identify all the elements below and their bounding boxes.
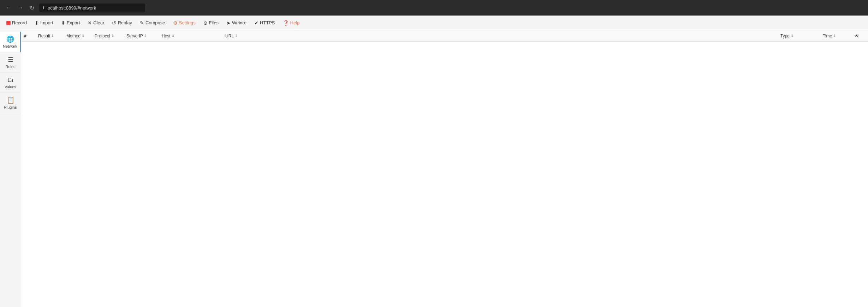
record-label: Record <box>12 20 27 25</box>
weinre-button[interactable]: ➤ Weinre <box>223 18 250 28</box>
help-icon: ❓ <box>283 20 289 26</box>
type-label: Type <box>780 34 790 38</box>
sidebar-item-network[interactable]: 🌐 Network <box>0 32 21 52</box>
col-header-serverip[interactable]: ServerIP ⇕ <box>126 34 162 38</box>
weinre-icon: ➤ <box>226 20 231 26</box>
hash-label: # <box>24 34 26 38</box>
help-button[interactable]: ❓ Help <box>279 18 303 28</box>
forward-button[interactable]: → <box>16 3 25 12</box>
url-sort-icon: ⇕ <box>235 34 238 38</box>
plugins-icon: 📋 <box>7 96 14 104</box>
col-header-type[interactable]: Type ⇕ <box>780 34 823 38</box>
settings-label: Settings <box>179 20 196 25</box>
files-label: Files <box>209 20 219 25</box>
host-label: Host <box>162 34 171 38</box>
export-icon: ⬇ <box>61 20 65 26</box>
address-icon: ℹ <box>43 5 44 10</box>
rules-label: Rules <box>5 65 15 69</box>
time-label: Time <box>823 34 832 38</box>
plugins-label: Plugins <box>4 105 17 109</box>
url-label: URL <box>225 34 234 38</box>
col-header-time[interactable]: Time ⇕ <box>823 34 855 38</box>
result-sort-icon: ⇕ <box>51 34 54 38</box>
time-sort-icon: ⇕ <box>833 34 836 38</box>
col-header-hash[interactable]: # <box>24 34 38 38</box>
back-button[interactable]: ← <box>4 3 13 12</box>
col-header-protocol[interactable]: Protocol ⇕ <box>95 34 126 38</box>
help-label: Help <box>290 20 300 25</box>
record-icon <box>6 21 11 25</box>
record-button[interactable]: Record <box>3 18 30 27</box>
files-icon: ⊙ <box>203 20 208 26</box>
values-icon: 🗂 <box>7 76 14 84</box>
import-icon: ⬆ <box>35 20 39 26</box>
replay-button[interactable]: ↺ Replay <box>108 18 135 28</box>
sidebar: 🌐 Network ☰ Rules 🗂 Values 📋 Plugins <box>0 30 21 307</box>
export-button[interactable]: ⬇ Export <box>58 18 84 28</box>
https-button[interactable]: ✔ HTTPS <box>251 18 279 28</box>
export-label: Export <box>67 20 80 25</box>
eye-icon: 👁 <box>855 34 859 38</box>
table-header: # Result ⇕ Method ⇕ Protocol ⇕ ServerIP … <box>21 30 868 42</box>
table-body <box>21 42 868 307</box>
network-icon: 🌐 <box>6 35 14 43</box>
protocol-label: Protocol <box>95 34 110 38</box>
result-label: Result <box>38 34 50 38</box>
serverip-sort-icon: ⇕ <box>144 34 147 38</box>
network-label: Network <box>3 44 17 48</box>
settings-button[interactable]: ⚙ Settings <box>170 18 199 28</box>
host-sort-icon: ⇕ <box>172 34 174 38</box>
type-sort-icon: ⇕ <box>791 34 793 38</box>
col-header-host[interactable]: Host ⇕ <box>162 34 225 38</box>
import-label: Import <box>40 20 53 25</box>
col-header-url[interactable]: URL ⇕ <box>225 34 780 38</box>
col-header-eye[interactable]: 👁 <box>855 34 865 38</box>
protocol-sort-icon: ⇕ <box>111 34 114 38</box>
col-header-method[interactable]: Method ⇕ <box>66 34 95 38</box>
content-area: # Result ⇕ Method ⇕ Protocol ⇕ ServerIP … <box>21 30 868 307</box>
rules-icon: ☰ <box>8 56 13 64</box>
files-button[interactable]: ⊙ Files <box>200 18 222 28</box>
compose-label: Compose <box>145 20 165 25</box>
browser-chrome: ← → ↻ ℹ localhost:8899/#network <box>0 0 868 16</box>
reload-button[interactable]: ↻ <box>28 3 36 13</box>
values-label: Values <box>5 85 16 89</box>
main-layout: 🌐 Network ☰ Rules 🗂 Values 📋 Plugins # R… <box>0 30 868 307</box>
sidebar-item-plugins[interactable]: 📋 Plugins <box>0 93 21 113</box>
https-icon: ✔ <box>254 20 258 26</box>
clear-button[interactable]: ✕ Clear <box>84 18 108 28</box>
clear-label: Clear <box>93 20 104 25</box>
replay-label: Replay <box>118 20 132 25</box>
toolbar: Record ⬆ Import ⬇ Export ✕ Clear ↺ Repla… <box>0 16 868 30</box>
compose-icon: ✎ <box>140 20 144 26</box>
sidebar-item-values[interactable]: 🗂 Values <box>0 73 21 93</box>
settings-icon: ⚙ <box>173 20 178 26</box>
clear-icon: ✕ <box>88 20 92 26</box>
sidebar-item-rules[interactable]: ☰ Rules <box>0 52 21 73</box>
compose-button[interactable]: ✎ Compose <box>136 18 169 28</box>
https-label: HTTPS <box>260 20 275 25</box>
import-button[interactable]: ⬆ Import <box>31 18 57 28</box>
method-sort-icon: ⇕ <box>82 34 84 38</box>
serverip-label: ServerIP <box>126 34 143 38</box>
method-label: Method <box>66 34 81 38</box>
weinre-label: Weinre <box>232 20 246 25</box>
replay-icon: ↺ <box>112 20 116 26</box>
address-bar[interactable]: ℹ localhost:8899/#network <box>39 4 145 12</box>
col-header-result[interactable]: Result ⇕ <box>38 34 66 38</box>
address-url: localhost:8899/#network <box>47 5 96 11</box>
